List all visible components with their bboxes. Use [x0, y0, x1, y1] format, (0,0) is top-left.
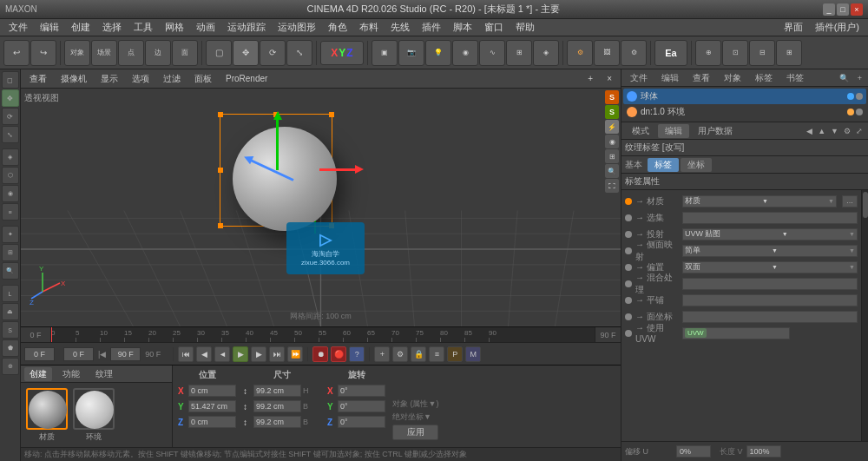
sidebar-btn11[interactable]: 🔍 [2, 262, 19, 280]
sidebar-btn12[interactable]: L [2, 285, 19, 302]
extra-btn-2[interactable]: ⊡ [722, 40, 748, 66]
scrollbar-thumb[interactable] [863, 192, 868, 218]
viewport-3d[interactable]: 透视视图 S S ⚡ ◉ ⊞ 🔍 ⛶ [21, 89, 621, 326]
attr-val-material[interactable]: 材质 ▼ [682, 195, 837, 207]
attr-val-tile[interactable] [682, 294, 858, 306]
vp-tab-camera[interactable]: 摄像机 [56, 72, 92, 86]
mode-btn-edit[interactable]: 编辑 [658, 124, 689, 138]
minimize-button[interactable]: _ [823, 3, 835, 16]
menu-cloth[interactable]: 布料 [354, 19, 384, 36]
move-tool-btn[interactable]: ✥ [233, 40, 259, 66]
attr-val-uvw[interactable]: UVW [682, 327, 790, 339]
mode-nav-up[interactable]: ▲ [816, 125, 827, 137]
vp-tab-prorender[interactable]: ProRender [220, 73, 273, 84]
menu-xpresso[interactable]: 先线 [385, 19, 415, 36]
sidebar-rotate-btn[interactable]: ⟳ [2, 108, 19, 125]
frame-lock-btn[interactable]: 🔒 [411, 346, 426, 362]
rp-search-btn[interactable]: 🔍 [837, 72, 852, 84]
mode-options-btn[interactable]: ⚙ [842, 125, 852, 137]
sidebar-select-btn[interactable]: ◻ [2, 71, 19, 89]
attr-val-offset[interactable]: 双面 ▼ [682, 261, 858, 273]
add-keyframe-btn[interactable]: + [374, 346, 390, 362]
attr-val-facecoord[interactable] [682, 311, 858, 323]
rot-z-input[interactable]: 0° [338, 416, 385, 428]
rot-x-input[interactable]: 0° [338, 385, 385, 397]
keyframe-options-btn[interactable]: ⚙ [392, 346, 408, 362]
bbox-handle-tr[interactable] [329, 112, 334, 117]
rp-tab-bookmark[interactable]: 书签 [781, 71, 809, 85]
mat-tab-function[interactable]: 功能 [57, 367, 85, 381]
menu-tools[interactable]: 工具 [128, 19, 158, 36]
menu-create[interactable]: 创建 [66, 19, 95, 36]
current-frame-marker[interactable] [51, 327, 52, 342]
brand-btn-3[interactable]: ⚡ [605, 120, 619, 134]
offset-u-val[interactable]: 0% [676, 445, 711, 458]
auto-keyframe-btn[interactable]: 🔴 [331, 346, 346, 362]
sidebar-btn9[interactable]: ✦ [2, 226, 19, 243]
null-obj-btn[interactable]: ▣ [372, 40, 398, 66]
bbox-handle-tl[interactable] [218, 112, 223, 117]
menu-plugins-user[interactable]: 插件(用户) [810, 19, 865, 36]
morph-btn[interactable]: M [465, 346, 481, 362]
vp-tab-options[interactable]: 选项 [127, 72, 155, 86]
menu-motion-tracking[interactable]: 运动跟踪 [222, 19, 271, 36]
material-preview-2[interactable] [73, 388, 115, 430]
pos-x-input[interactable]: 0 cm [188, 385, 236, 397]
timeline-options-btn[interactable]: ≡ [429, 346, 444, 362]
material-item-2[interactable]: 环境 [73, 388, 115, 443]
go-to-start-btn[interactable]: ⏮ [178, 346, 194, 362]
scale-tool-btn[interactable]: ⤡ [286, 40, 312, 66]
menu-script[interactable]: 脚本 [448, 19, 477, 36]
sidebar-btn7[interactable]: ◉ [2, 185, 19, 202]
render-btn[interactable]: ⚙ [567, 40, 593, 66]
start-frame-field[interactable]: 0 F [63, 347, 94, 361]
material-item-1[interactable]: 材质 [26, 388, 68, 443]
menu-select[interactable]: 选择 [97, 19, 127, 36]
rp-tab-object[interactable]: 对象 [719, 71, 746, 85]
light-btn[interactable]: 💡 [425, 40, 451, 66]
attr-val-proj[interactable]: UVW 贴图 ▼ [682, 228, 858, 240]
vp-expand-btn[interactable]: + [582, 73, 598, 84]
go-to-end-btn[interactable]: ⏭ [269, 346, 285, 362]
sidebar-btn10[interactable]: ⊞ [2, 244, 19, 261]
record-btn[interactable]: ⏺ [312, 346, 328, 362]
menu-plugins[interactable]: 插件 [417, 19, 446, 36]
subtab-tag[interactable]: 坐标 [681, 158, 712, 172]
pos-y-input[interactable]: 51.427 cm [188, 400, 236, 412]
spline-btn[interactable]: ∿ [479, 40, 505, 66]
material-preview-1[interactable] [26, 388, 68, 430]
obj-row-sphere[interactable]: 球体 [623, 89, 866, 104]
sidebar-move-btn[interactable]: ✥ [2, 89, 19, 107]
primitive-btn[interactable]: ◉ [452, 40, 478, 66]
sidebar-btn14[interactable]: S [2, 321, 19, 339]
sidebar-btn13[interactable]: ⏏ [2, 303, 19, 320]
obj-row-env[interactable]: dn:1.0 环境 [623, 104, 866, 120]
sidebar-btn15[interactable]: ⬟ [2, 339, 19, 357]
size-y-input[interactable]: 99.2 cm [253, 400, 301, 412]
subtab-basic[interactable]: 标签 [648, 158, 679, 172]
vp-tab-display[interactable]: 显示 [95, 72, 123, 86]
mode-nav-left[interactable]: ◀ [805, 125, 814, 137]
attr-val-select[interactable] [682, 212, 858, 224]
end-frame-field[interactable]: 90 F [110, 347, 141, 361]
fast-forward-btn[interactable]: ⏩ [287, 346, 303, 362]
menu-edit[interactable]: 编辑 [35, 19, 64, 36]
brand-btn-5[interactable]: ⊞ [605, 149, 619, 163]
mat-tab-texture[interactable]: 纹理 [90, 367, 118, 381]
sidebar-btn8[interactable]: ≡ [2, 203, 19, 221]
render-settings-btn[interactable]: ⚙ [621, 40, 647, 66]
undo-button[interactable]: ↩ [3, 40, 30, 66]
bbox-handle-ml[interactable] [218, 168, 223, 173]
y-axis-arrow[interactable] [276, 118, 279, 170]
attr-material-options[interactable]: … [842, 195, 858, 207]
menu-character[interactable]: 角色 [323, 19, 352, 36]
timeline-track[interactable]: 0 5 10 15 20 25 30 35 40 [51, 327, 595, 342]
select-tool-btn[interactable]: ▢ [206, 40, 232, 66]
rp-tab-tag[interactable]: 标签 [750, 71, 778, 85]
brand-s-btn-1[interactable]: S [605, 90, 619, 104]
sphere-object[interactable] [233, 127, 337, 231]
attr-val-side[interactable]: 简单 ▼ [682, 245, 858, 257]
mode-edges-btn[interactable]: 边 [145, 40, 171, 66]
x-axis-arrow[interactable] [319, 168, 358, 171]
deformer-btn[interactable]: ◈ [533, 40, 559, 66]
